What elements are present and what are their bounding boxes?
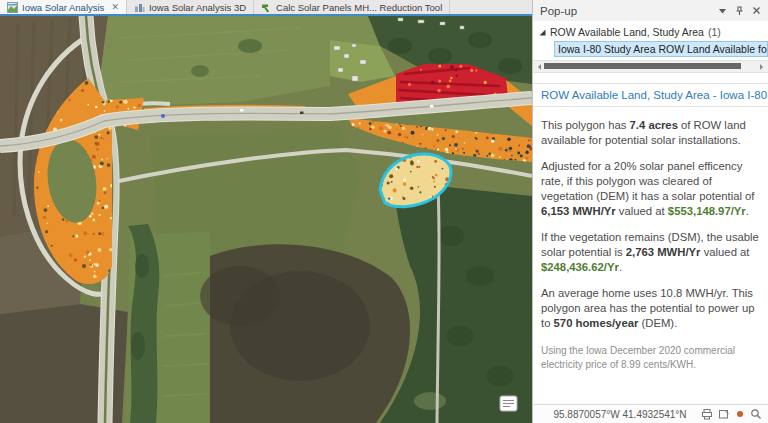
map-view[interactable] [0, 16, 532, 423]
tree-group-label: ROW Available Land, Study Area [550, 26, 704, 38]
tab-label: Iowa Solar Analysis 3D [149, 2, 246, 13]
popup-feature-tree: ROW Available Land, Study Area (1) Iowa … [533, 21, 768, 57]
scroll-right-arrow-icon[interactable] [760, 64, 766, 70]
popup-paragraph: An average home uses 10.8 MWH/yr. This p… [541, 286, 760, 331]
tab-close-icon[interactable]: ✕ [111, 3, 119, 12]
tab-iowa-solar-analysis[interactable]: Iowa Solar Analysis ✕ [0, 0, 127, 14]
map-frame-icon[interactable] [718, 408, 730, 420]
map-2d-icon [7, 2, 18, 13]
popup-paragraph: Adjusted for a 20% solar panel efficency… [541, 159, 760, 219]
tree-group-count: (1) [708, 26, 721, 38]
geoprocessing-tool-icon [261, 2, 272, 13]
panel-close-icon[interactable] [752, 6, 761, 15]
panel-menu-chevron-icon[interactable] [718, 7, 727, 15]
scrollbar-thumb[interactable] [544, 63, 741, 69]
tab-iowa-solar-analysis-3d[interactable]: Iowa Solar Analysis 3D [127, 0, 254, 14]
popup-heading-link[interactable]: ROW Available Land, Study Area - Iowa I-… [533, 83, 768, 107]
popup-paragraphs: This polygon has 7.4 acres of ROW land a… [541, 118, 760, 331]
tab-label: Iowa Solar Analysis [22, 2, 104, 13]
search-icon[interactable] [750, 408, 762, 420]
coordinates-readout: 95.8870057°W 41.4932541°N [539, 409, 701, 420]
popup-paragraph: If the vegetation remains (DSM), the usa… [541, 230, 760, 275]
pin-icon[interactable] [735, 6, 744, 16]
notification-dot-icon[interactable] [735, 409, 745, 419]
tree-expanded-icon[interactable] [539, 29, 546, 36]
printer-icon[interactable] [701, 408, 713, 420]
map-overview-button[interactable] [500, 396, 517, 411]
popup-paragraph: This polygon has 7.4 acres of ROW land a… [541, 118, 760, 148]
popup-content: ROW Available Land, Study Area - Iowa I-… [533, 73, 768, 404]
arcgis-window: Iowa Solar Analysis ✕ Iowa Solar Analysi… [0, 0, 768, 423]
scroll-left-arrow-icon[interactable] [535, 64, 541, 70]
tree-group-row[interactable]: ROW Available Land, Study Area (1) [539, 25, 768, 39]
tab-calc-solar-panels[interactable]: Calc Solar Panels MH... Reduction Tool [254, 0, 450, 14]
view-tabbar: Iowa Solar Analysis ✕ Iowa Solar Analysi… [0, 0, 532, 16]
popup-footnote: Using the Iowa December 2020 commercial … [541, 344, 760, 371]
scene-3d-icon [134, 2, 145, 13]
popup-panel: Pop-up ROW Available Land, Study Area (1… [532, 0, 768, 423]
map-statusbar: 95.8870057°W 41.4932541°N [533, 404, 768, 423]
popup-panel-header[interactable]: Pop-up [533, 0, 768, 21]
horizontal-scrollbar[interactable] [533, 60, 768, 73]
tree-selected-item[interactable]: Iowa I-80 Study Area ROW Land Available … [554, 41, 768, 57]
panel-title: Pop-up [540, 5, 718, 17]
tab-label: Calc Solar Panels MH... Reduction Tool [276, 2, 442, 13]
